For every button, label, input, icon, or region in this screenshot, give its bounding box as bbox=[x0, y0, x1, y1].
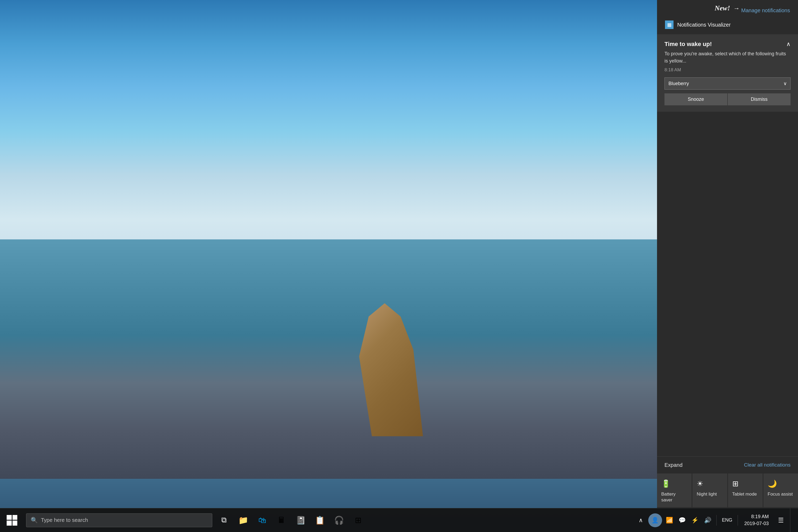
notif-card-header: Time to wake up! ∧ bbox=[664, 41, 791, 48]
system-clock[interactable]: 8:19 AM 2019-07-03 bbox=[741, 513, 772, 527]
tray-expand-icon: ∧ bbox=[639, 517, 643, 524]
windows-logo-icon bbox=[7, 515, 17, 526]
battery-saver-label: Battery saver bbox=[661, 491, 687, 503]
manage-notifications-link[interactable]: Manage notifications bbox=[741, 7, 790, 14]
taskbar-app-calculator[interactable]: 🖩 bbox=[272, 508, 291, 532]
taskbar-app-7[interactable]: ⊞ bbox=[348, 508, 367, 532]
notification-card: Time to wake up! ∧ To prove you're awake… bbox=[657, 34, 798, 112]
taskbar-search-bar[interactable]: 🔍 Type here to search bbox=[26, 513, 212, 527]
power-icon: ⚡ bbox=[691, 517, 699, 524]
taskbar-app-5[interactable]: 📋 bbox=[310, 508, 329, 532]
notif-body: To prove you're awake, select which of t… bbox=[664, 50, 791, 65]
notification-panel: New! → Manage notifications ▦ Notificati… bbox=[657, 0, 798, 508]
notif-actions: Snooze Dismiss bbox=[664, 93, 791, 105]
tray-divider bbox=[716, 515, 717, 526]
tray-network-icon[interactable]: 📶 bbox=[664, 515, 675, 526]
tray-volume-icon[interactable]: 🔊 bbox=[703, 515, 713, 526]
quick-action-battery-saver[interactable]: 🔋 Battery saver bbox=[657, 474, 691, 507]
calculator-icon: 🖩 bbox=[276, 514, 287, 526]
taskbar-app-store[interactable]: 🛍 bbox=[253, 508, 272, 532]
notif-app-icon: ▦ bbox=[665, 20, 673, 29]
new-arrow-icon: → bbox=[733, 5, 740, 12]
volume-icon: 🔊 bbox=[704, 517, 711, 524]
notif-dropdown-wrapper[interactable]: Blueberry Banana Strawberry Apple ∨ bbox=[664, 77, 791, 90]
snooze-button[interactable]: Snooze bbox=[664, 93, 727, 105]
language-indicator[interactable]: ENG bbox=[720, 517, 735, 523]
start-button[interactable] bbox=[0, 508, 24, 532]
clock-date: 2019-07-03 bbox=[744, 520, 769, 527]
focus-assist-icon: 🌙 bbox=[768, 479, 777, 488]
show-desktop-button[interactable] bbox=[790, 508, 794, 532]
tray-divider-2 bbox=[738, 515, 738, 526]
file-explorer-icon: 📁 bbox=[237, 514, 249, 526]
tablet-mode-label: Tablet mode bbox=[732, 491, 757, 497]
store-icon: 🛍 bbox=[256, 514, 268, 526]
new-label-area: New! → bbox=[715, 4, 740, 12]
taskbar-app-onenote[interactable]: 📓 bbox=[291, 508, 310, 532]
fruit-dropdown[interactable]: Blueberry Banana Strawberry Apple bbox=[664, 77, 791, 90]
task-view-icon: ⧉ bbox=[221, 516, 227, 525]
focus-assist-label: Focus assist bbox=[768, 491, 793, 497]
user-avatar-icon: 👤 bbox=[651, 517, 659, 524]
clear-all-button[interactable]: Clear all notifications bbox=[744, 462, 791, 468]
action-center-icon: ☰ bbox=[778, 517, 784, 524]
app5-icon: 📋 bbox=[314, 514, 326, 526]
tablet-mode-icon: ⊞ bbox=[732, 479, 738, 488]
tray-notifications-icon[interactable]: 💬 bbox=[677, 515, 688, 526]
notifications-icon: 💬 bbox=[679, 517, 686, 524]
night-light-icon: ☀ bbox=[697, 479, 703, 488]
quick-action-tablet-mode[interactable]: ⊞ Tablet mode bbox=[728, 474, 763, 507]
quick-actions-grid: 🔋 Battery saver ☀ Night light ⊞ Tablet m… bbox=[657, 474, 798, 508]
clock-time: 8:19 AM bbox=[751, 513, 769, 520]
notif-app-name: Notifications Visualizer bbox=[677, 22, 731, 28]
expand-row: Expand Clear all notifications bbox=[657, 456, 798, 474]
task-view-button[interactable]: ⧉ bbox=[214, 508, 233, 532]
notification-header: New! → Manage notifications bbox=[657, 0, 798, 18]
notif-title: Time to wake up! bbox=[664, 41, 712, 48]
tray-expand-button[interactable]: ∧ bbox=[635, 515, 646, 526]
notif-bottom-section: Expand Clear all notifications 🔋 Battery… bbox=[657, 456, 798, 508]
notif-collapse-button[interactable]: ∧ bbox=[786, 41, 791, 48]
battery-saver-icon: 🔋 bbox=[661, 479, 670, 488]
desktop: New! → Manage notifications ▦ Notificati… bbox=[0, 0, 798, 532]
dismiss-button[interactable]: Dismiss bbox=[728, 93, 791, 105]
notif-app-header: ▦ Notifications Visualizer bbox=[657, 18, 798, 34]
panel-spacer bbox=[657, 112, 798, 508]
expand-button[interactable]: Expand bbox=[664, 462, 683, 468]
action-center-button[interactable]: ☰ bbox=[774, 508, 788, 532]
taskbar: 🔍 Type here to search ⧉ 📁 🛍 🖩 📓 bbox=[0, 508, 798, 532]
app7-icon: ⊞ bbox=[352, 514, 364, 526]
app6-icon: 🎧 bbox=[333, 514, 345, 526]
user-avatar[interactable]: 👤 bbox=[648, 513, 662, 527]
quick-action-focus-assist[interactable]: 🌙 Focus assist bbox=[763, 474, 798, 507]
onenote-icon: 📓 bbox=[295, 514, 306, 526]
search-placeholder-text: Type here to search bbox=[41, 517, 88, 523]
network-icon: 📶 bbox=[666, 517, 673, 524]
search-icon: 🔍 bbox=[31, 517, 38, 524]
night-light-label: Night light bbox=[697, 491, 717, 497]
new-label: New! bbox=[715, 4, 730, 12]
notif-time: 8:18 AM bbox=[664, 67, 791, 73]
system-tray: ∧ 👤 📶 💬 ⚡ 🔊 ENG bbox=[631, 508, 798, 532]
tray-power-icon[interactable]: ⚡ bbox=[690, 515, 700, 526]
quick-action-night-light[interactable]: ☀ Night light bbox=[692, 474, 727, 507]
taskbar-app-6[interactable]: 🎧 bbox=[329, 508, 348, 532]
taskbar-app-file-explorer[interactable]: 📁 bbox=[233, 508, 253, 532]
